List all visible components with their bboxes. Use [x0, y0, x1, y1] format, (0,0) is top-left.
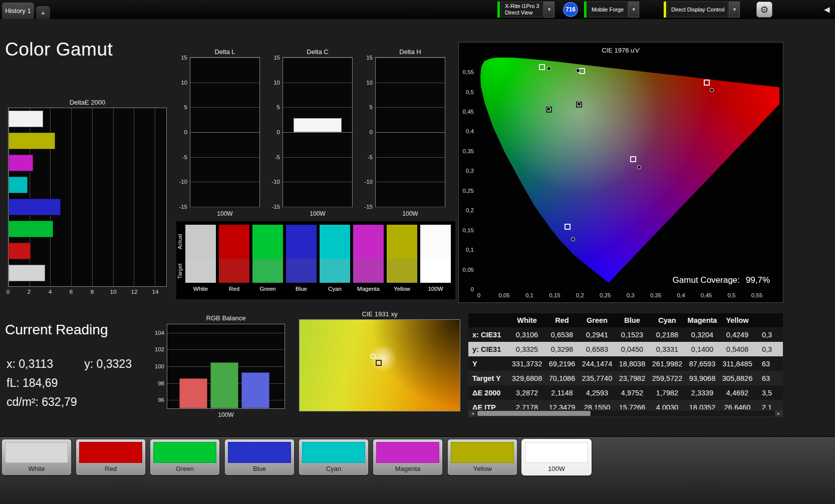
y-axis-tick-label: 15 [265, 55, 280, 61]
table-row[interactable]: x: CIE31 0,31060,65380,29410,15230,21880… [468, 327, 783, 342]
patch-column-cyan: Cyan [320, 225, 350, 292]
patch-column-100w: 100W [420, 225, 451, 292]
target-swatch [353, 259, 384, 283]
reading-cd: cd/m²: 632,79 [7, 392, 132, 411]
table-cell: 4,4692 [720, 389, 755, 397]
gridline [283, 207, 352, 207]
scroll-left-button[interactable]: ◄ [469, 410, 476, 416]
top-toolbar: History 1 + X-Rite i1Pro 3 Direct View ▼… [0, 0, 835, 19]
y-axis-tick-label: -5 [265, 154, 280, 160]
y-axis-tick-label: 15 [358, 55, 373, 61]
add-tab-button[interactable]: + [36, 6, 50, 19]
table-cell: 0,6538 [544, 331, 580, 339]
patch-swatch [5, 442, 68, 463]
y-axis-tick-label: 0,2 [466, 207, 474, 213]
target-swatch [387, 259, 417, 283]
target-marker-blue [565, 224, 571, 230]
cie1976-chromaticity-diagram [479, 58, 779, 289]
patch-column-green: Green [252, 225, 283, 292]
table-cell: 26,6460 [720, 403, 755, 410]
table-row[interactable]: ΔE 2000 3,28722,11484,25934,97521,79822,… [468, 385, 783, 400]
patch-button-100w[interactable]: 100W [522, 439, 591, 475]
table-row[interactable]: y: CIE31 0,33250,32980,65830,04500,33310… [468, 342, 783, 356]
patch-button-magenta[interactable]: Magenta [373, 439, 442, 475]
device-name: X-Rite i1Pro 3 [505, 3, 539, 10]
fl-label: fL: [7, 376, 20, 389]
y-axis-tick-label: 15 [172, 55, 187, 61]
table-cell: 2,1148 [544, 389, 580, 397]
y-axis-tick-label: -10 [265, 179, 280, 185]
cie1976-plot-area: 00,050,10,150,20,250,30,350,40,450,50,55… [479, 58, 779, 289]
table-body: x: CIE31 0,31060,65380,29410,15230,21880… [468, 327, 783, 409]
table-column-header-cyan: Cyan [650, 316, 685, 324]
device-dropdown-button[interactable]: ▼ [543, 2, 554, 18]
table-cell-clipped: 63 [755, 360, 783, 368]
patch-button-cyan[interactable]: Cyan [299, 439, 368, 475]
source-selector[interactable]: Mobile Forge [588, 2, 628, 18]
source-dropdown-button[interactable]: ▼ [628, 2, 639, 18]
settings-button[interactable]: ⚙ [756, 2, 772, 18]
table-scrollbar[interactable]: ◄ ► [468, 410, 783, 417]
patch-name: Red [219, 286, 249, 292]
x-axis-label: 100W [375, 210, 445, 217]
display-control-selector[interactable]: Direct Display Control [667, 2, 728, 18]
gridline [283, 132, 352, 133]
target-swatch [420, 259, 451, 283]
table-cell: 4,0030 [650, 403, 685, 410]
patch-label: Blue [225, 465, 294, 472]
table-cell: 0,2188 [650, 331, 685, 339]
measured-dot-yellow [577, 69, 580, 72]
table-scrollbar-thumb[interactable] [477, 411, 591, 416]
x-axis-tick-label: 0,3 [627, 292, 635, 298]
patch-button-blue[interactable]: Blue [225, 439, 294, 475]
reading-count-badge[interactable]: 716 [563, 2, 578, 17]
scroll-right-button[interactable]: ► [775, 410, 782, 416]
table-cell: 259,5722 [650, 374, 685, 382]
patch-button-red[interactable]: Red [76, 439, 145, 475]
y-axis-tick-label: 100 [149, 363, 164, 369]
cie1976-title: CIE 1976 u'v' [459, 47, 783, 54]
gridline [167, 333, 285, 333]
y-axis-tick-label: 0,45 [463, 109, 474, 115]
patch-name: Cyan [320, 286, 350, 292]
fl-value: 184,69 [23, 376, 58, 389]
gridline [283, 83, 352, 83]
actual-swatch [286, 225, 317, 259]
delta-chart-delta-c: Delta C 151050-5-10-15 100W [265, 48, 359, 221]
table-cell-clipped: 0,3 [755, 345, 783, 353]
deltae-bar-blue [9, 199, 61, 215]
device-selector[interactable]: X-Rite i1Pro 3 Direct View [501, 2, 543, 18]
table-row[interactable]: ΔE ITP 2,717812,347928,155015,72664,0030… [468, 400, 783, 409]
source-status-bar [584, 2, 587, 18]
y-axis-tick-label: 10 [358, 80, 373, 86]
gridline [92, 108, 93, 286]
gridline [190, 182, 259, 182]
table-cell: 244,1474 [580, 360, 615, 368]
y-axis-tick-label: -10 [172, 179, 187, 185]
chart-title: Delta H [375, 48, 445, 56]
y-axis-tick-label: 0 [265, 129, 280, 135]
display-control-dropdown-button[interactable]: ▼ [729, 2, 740, 18]
gamut-coverage-label: Gamut Coverage: [673, 275, 740, 285]
table-row[interactable]: Y 331,373269,2196244,147418,8038261,9982… [468, 356, 783, 371]
cie1931-zoomed-field [299, 319, 460, 411]
patch-label: Yellow [448, 465, 517, 472]
y-axis-tick-label: 10 [265, 80, 280, 86]
gridline [376, 207, 445, 207]
tab-history-1[interactable]: History 1 [2, 3, 34, 19]
table-cell: 261,9982 [650, 360, 685, 368]
x-axis-label: 100W [190, 210, 260, 217]
patch-button-yellow[interactable]: Yellow [448, 439, 517, 475]
current-reading-title: Current Reading [5, 322, 108, 338]
collapse-panel-button[interactable]: ◀ [824, 5, 830, 14]
patch-button-green[interactable]: Green [150, 439, 219, 475]
x-value: 0,3113 [19, 357, 53, 370]
patch-button-white[interactable]: White [2, 439, 71, 475]
chart-title: Delta C [283, 48, 353, 56]
table-row[interactable]: Target Y 329,680870,1086235,774023,79822… [468, 371, 783, 385]
chevron-left-icon: ◀ [824, 5, 830, 14]
table-cell: 12,3479 [544, 403, 580, 410]
patch-label: 100W [522, 465, 591, 472]
meter-display-control: Direct Display Control ▼ [664, 2, 740, 18]
deltae-bar-cyan [9, 177, 28, 193]
